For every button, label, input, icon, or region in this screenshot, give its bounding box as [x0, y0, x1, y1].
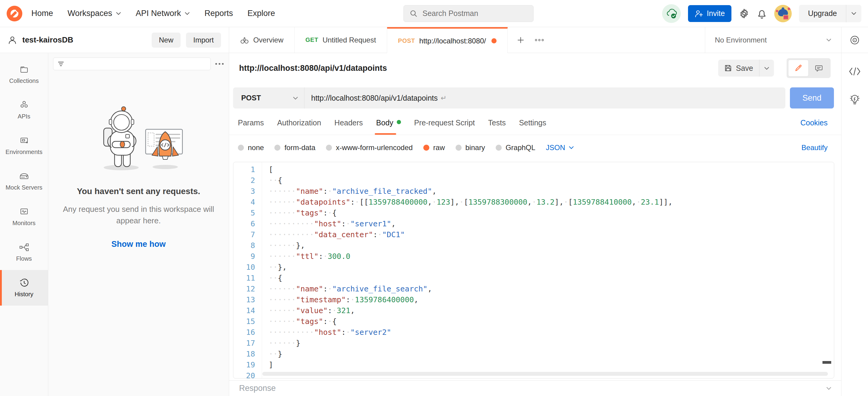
save-options-caret[interactable] [759, 60, 774, 76]
chevron-down-icon [569, 146, 574, 149]
lightbulb-bolt-icon [848, 93, 861, 106]
tab-tests[interactable]: Tests [488, 111, 506, 135]
sidebar-item-flows[interactable]: Flows [0, 234, 48, 270]
filter-text-field[interactable] [68, 61, 206, 67]
response-section-header[interactable]: Response [229, 380, 841, 396]
notifications-button[interactable] [757, 8, 767, 19]
lightbulb-hints-button[interactable] [848, 93, 861, 106]
filter-input[interactable] [53, 58, 211, 70]
filter-icon [58, 61, 64, 67]
history-clock-icon [19, 278, 29, 288]
environment-quick-look-button[interactable] [849, 34, 861, 46]
sidebar-item-monitors[interactable]: Monitors [0, 199, 48, 234]
tab-settings[interactable]: Settings [519, 111, 546, 135]
search-icon [410, 10, 417, 18]
comment-icon [815, 64, 823, 72]
save-button[interactable]: Save [718, 60, 759, 76]
chevron-down-icon [851, 12, 857, 15]
nav-home[interactable]: Home [31, 9, 53, 18]
cookies-link[interactable]: Cookies [801, 119, 828, 127]
bell-icon [757, 8, 767, 19]
code-editor[interactable]: 1234567891011121314151617181920 [··{····… [233, 162, 834, 378]
save-floppy-icon [724, 64, 732, 72]
invite-button[interactable]: Invite [688, 5, 732, 22]
active-tab-underline [375, 133, 396, 135]
return-glyph: ↵ [441, 94, 446, 102]
body-mode-row: none form-data x-www-form-urlencoded raw… [229, 135, 841, 160]
tab-options-button[interactable] [535, 39, 544, 42]
environment-icon [19, 136, 29, 145]
unsaved-changes-dot [491, 38, 497, 43]
sidebar-rail: Collections APIs [0, 53, 48, 396]
tab-untitled-request[interactable]: GET Untitled Request [294, 27, 387, 53]
mode-graphql[interactable]: GraphQL [496, 143, 535, 152]
sidebar-item-mock-servers[interactable]: Mock Servers [0, 163, 48, 199]
tab-body[interactable]: Body [376, 111, 401, 135]
radio-icon [326, 145, 332, 151]
body-modified-dot [397, 120, 401, 124]
nav-reports[interactable]: Reports [205, 9, 233, 18]
eye-icon [849, 34, 861, 46]
mode-binary[interactable]: binary [456, 143, 485, 152]
mode-raw[interactable]: raw [423, 143, 445, 152]
language-select[interactable]: JSON [546, 143, 574, 152]
mode-form-data[interactable]: form-data [274, 143, 315, 152]
edit-mode-button[interactable] [788, 60, 809, 76]
code-lines[interactable]: [··{······"name":·"archive_file_tracked"… [262, 162, 834, 378]
rocket-icon [9, 8, 20, 19]
request-config-tabs: Params Authorization Headers Body Pre-re… [229, 111, 841, 135]
beautify-link[interactable]: Beautify [801, 143, 828, 152]
chevron-down-icon [826, 38, 832, 42]
radio-icon [456, 145, 462, 151]
import-button[interactable]: Import [186, 33, 221, 47]
postman-logo[interactable] [7, 6, 22, 22]
tab-overview[interactable]: Overview [229, 27, 294, 53]
horizontal-scrollbar-track[interactable] [262, 372, 828, 376]
person-plus-icon [695, 9, 703, 18]
send-button[interactable]: Send [790, 88, 834, 108]
method-select[interactable]: POST [233, 88, 305, 108]
empty-state-title: You haven't sent any requests. [77, 187, 200, 196]
new-button[interactable]: New [152, 33, 181, 47]
sync-status-button[interactable] [662, 4, 681, 23]
code-snippet-button[interactable] [849, 67, 861, 76]
upgrade-button[interactable]: Upgrade [799, 5, 861, 22]
environment-selector[interactable]: No Environment [705, 27, 841, 53]
ellipsis-icon [215, 62, 224, 65]
settings-button[interactable] [739, 8, 749, 19]
mode-none[interactable]: none [238, 143, 264, 152]
sidebar-item-apis[interactable]: APIs [0, 92, 48, 128]
nav-api-network[interactable]: API Network [136, 9, 190, 18]
new-tab-button[interactable] [517, 36, 525, 44]
nav-workspaces[interactable]: Workspaces [67, 9, 121, 18]
cloud-connected-icon [665, 8, 678, 19]
history-options-button[interactable] [215, 62, 224, 65]
chevron-down-icon [826, 387, 832, 390]
comments-button[interactable] [809, 60, 829, 76]
search-input[interactable]: Search Postman [403, 5, 534, 22]
upgrade-caret[interactable] [846, 5, 861, 22]
sidebar-item-history[interactable]: History [0, 270, 48, 306]
avatar[interactable] [774, 5, 792, 22]
tab-headers[interactable]: Headers [334, 111, 363, 135]
chevron-down-icon [293, 96, 298, 100]
sidebar-item-environments[interactable]: Environments [0, 128, 48, 163]
tab-pre-request-script[interactable]: Pre-request Script [414, 111, 475, 135]
top-nav: Home Workspaces API Network Reports Expl… [0, 0, 868, 27]
tab-post-request[interactable]: POST http://localhost:8080/ [387, 27, 508, 53]
request-builder: http://localhost:8080/api/v1/datapoints … [229, 53, 841, 396]
mode-x-www-form-urlencoded[interactable]: x-www-form-urlencoded [326, 143, 413, 152]
workspace-name: test-kairosDB [22, 35, 73, 44]
tab-authorization[interactable]: Authorization [277, 111, 321, 135]
nav-explore[interactable]: Explore [248, 9, 275, 18]
edit-comment-toggle [786, 58, 831, 78]
url-input[interactable]: http://localhost:8080/api/v1/datapoints … [305, 88, 785, 108]
sidebar-item-collections[interactable]: Collections [0, 57, 48, 92]
scrollbar-thumb[interactable] [823, 361, 831, 364]
plus-icon [517, 36, 525, 44]
tab-params[interactable]: Params [238, 111, 264, 135]
show-me-how-link[interactable]: Show me how [111, 240, 165, 249]
folder-icon [19, 65, 29, 74]
postman-app: Home Workspaces API Network Reports Expl… [0, 0, 868, 396]
radio-icon [496, 145, 502, 151]
